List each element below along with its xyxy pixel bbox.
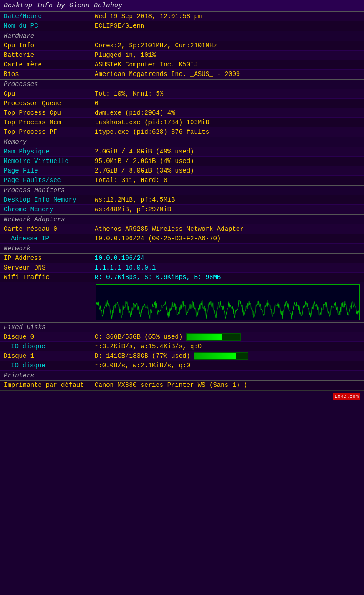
top-cpu-row: Top Process Cpu dwm.exe (pid:2964) 4% <box>0 108 364 118</box>
pagefile-label: Page File <box>4 167 95 174</box>
cpu-info-row: Cpu Info Cores:2, Sp:2101MHz, Cur:2101MH… <box>0 41 364 51</box>
network-graph <box>96 284 360 320</box>
dns-value: 1.1.1.1 10.0.0.1 <box>95 264 360 271</box>
disque0-row: Disque 0 C: 36GB/55GB (65% used) <box>0 332 364 342</box>
top-cpu-value: dwm.exe (pid:2964) 4% <box>95 109 360 117</box>
carte-row: Carte réseau 0 Atheros AR9285 Wireless N… <box>0 224 364 234</box>
queue-row: Processor Queue 0 <box>0 99 364 108</box>
virtual-label: Memoire Virtuelle <box>4 158 95 165</box>
disque1-bar-bg <box>194 352 248 360</box>
bios-label: Bios <box>4 71 95 78</box>
queue-label: Processor Queue <box>4 100 95 107</box>
disque1-label: Disque 1 <box>4 352 95 360</box>
app-title: Desktop Info by Glenn Delahoy <box>4 2 122 10</box>
printer-row: Imprimante par défaut Canon MX880 series… <box>0 381 364 390</box>
disque1-bar-fill <box>194 353 236 359</box>
desktop-mem-value: ws:12.2MiB, pf:4.5MiB <box>95 196 360 203</box>
network-section-header: Network <box>0 244 364 254</box>
adresse-row: Adresse IP 10.0.0.106/24 (00-25-D3-F2-A6… <box>0 234 364 244</box>
pc-value: ECLIPSE/Glenn <box>95 22 360 30</box>
chrome-mem-value: ws:448MiB, pf:297MiB <box>95 206 360 213</box>
bios-value: American Megatrends Inc. _ASUS_ - 2009 <box>95 71 360 78</box>
disque1-row: Disque 1 D: 141GB/183GB (77% used) <box>0 351 364 361</box>
top-mem-label: Top Process Mem <box>4 119 95 126</box>
pagefaults-row: Page Faults/sec Total: 311, Hard: 0 <box>0 176 364 185</box>
disque0-bar-fill <box>187 334 222 340</box>
ip-row: IP Address 10.0.0.106/24 <box>0 254 364 263</box>
process-monitors-section-header: Process Monitors <box>0 185 364 195</box>
io0-value: r:3.2KiB/s, w:15.4KiB/s, q:0 <box>95 343 360 350</box>
pc-row: Nom du PC ECLIPSE/Glenn <box>0 21 364 31</box>
dns-row: Serveur DNS 1.1.1.1 10.0.0.1 <box>0 263 364 273</box>
cpu-proc-value: Tot: 10%, Krnl: 5% <box>95 90 360 97</box>
network-chart-canvas <box>96 285 359 320</box>
top-pf-label: Top Process PF <box>4 128 95 136</box>
disque0-bar-container: C: 36GB/55GB (65% used) <box>95 333 360 341</box>
wifi-value: R: 0.7KiBps, S: 0.9KiBps, B: 98MB <box>95 274 360 281</box>
top-cpu-label: Top Process Cpu <box>4 109 95 117</box>
motherboard-row: Carte mère ASUSTeK Computer Inc. K50IJ <box>0 60 364 70</box>
desktop-mem-label: Desktop Info Memory <box>4 196 95 203</box>
wifi-row: Wifi Traffic R: 0.7KiBps, S: 0.9KiBps, B… <box>0 273 364 282</box>
date-label: Date/Heure <box>4 13 95 20</box>
io0-row: IO disque r:3.2KiB/s, w:15.4KiB/s, q:0 <box>0 342 364 351</box>
disque0-value: C: 36GB/55GB (65% used) <box>95 333 182 341</box>
disque0-label: Disque 0 <box>4 333 95 341</box>
battery-value: Plugged in, 101% <box>95 51 360 59</box>
wifi-label: Wifi Traffic <box>4 274 95 281</box>
battery-row: Batterie Plugged in, 101% <box>0 51 364 60</box>
chrome-mem-row: Chrome Memory ws:448MiB, pf:297MiB <box>0 205 364 214</box>
pagefaults-label: Page Faults/sec <box>4 177 95 184</box>
disque1-bar-container: D: 141GB/183GB (77% used) <box>95 352 360 360</box>
motherboard-label: Carte mère <box>4 61 95 68</box>
pagefile-row: Page File 2.7GiB / 8.0GiB (34% used) <box>0 166 364 176</box>
title-bar: Desktop Info by Glenn Delahoy <box>0 0 364 12</box>
printer-label: Imprimante par défaut <box>4 381 95 389</box>
top-mem-value: taskhost.exe (pid:1784) 103MiB <box>95 119 360 126</box>
date-value: Wed 19 Sep 2018, 12:01:58 pm <box>95 13 360 20</box>
cpu-proc-row: Cpu Tot: 10%, Krnl: 5% <box>0 89 364 99</box>
watermark: LO4D.com <box>333 393 360 400</box>
top-mem-row: Top Process Mem taskhost.exe (pid:1784) … <box>0 118 364 127</box>
dns-label: Serveur DNS <box>4 264 95 271</box>
adresse-value: 10.0.0.106/24 (00-25-D3-F2-A6-70) <box>95 235 360 242</box>
virtual-row: Memoire Virtuelle 95.0MiB / 2.0GiB (4% u… <box>0 157 364 166</box>
carte-label: Carte réseau 0 <box>4 225 95 233</box>
chrome-mem-label: Chrome Memory <box>4 206 95 213</box>
battery-label: Batterie <box>4 51 95 59</box>
disque0-bar-bg <box>186 333 241 341</box>
cpu-info-label: Cpu Info <box>4 42 95 49</box>
io1-row: IO disque r:0.0B/s, w:2.1KiB/s, q:0 <box>0 361 364 371</box>
io1-value: r:0.0B/s, w:2.1KiB/s, q:0 <box>95 362 360 369</box>
ram-row: Ram Physique 2.0GiB / 4.0GiB (49% used) <box>0 147 364 157</box>
memory-section-header: Memory <box>0 137 364 147</box>
top-pf-row: Top Process PF itype.exe (pid:628) 376 f… <box>0 127 364 137</box>
date-row: Date/Heure Wed 19 Sep 2018, 12:01:58 pm <box>0 12 364 21</box>
disque1-value: D: 141GB/183GB (77% used) <box>95 352 190 360</box>
processes-section-header: Processes <box>0 79 364 89</box>
network-adapters-section-header: Network Adapters <box>0 214 364 224</box>
pagefile-value: 2.7GiB / 8.0GiB (34% used) <box>95 167 360 174</box>
pagefaults-value: Total: 311, Hard: 0 <box>95 177 360 184</box>
fixed-disks-section-header: Fixed Disks <box>0 322 364 332</box>
printer-value: Canon MX880 series Printer WS (Sans 1) ( <box>95 381 360 389</box>
io0-label: IO disque <box>4 343 95 350</box>
top-pf-value: itype.exe (pid:628) 376 faults <box>95 128 360 136</box>
virtual-value: 95.0MiB / 2.0GiB (4% used) <box>95 158 360 165</box>
bios-row: Bios American Megatrends Inc. _ASUS_ - 2… <box>0 70 364 79</box>
ip-value: 10.0.0.106/24 <box>95 254 360 262</box>
cpu-info-value: Cores:2, Sp:2101MHz, Cur:2101MHz <box>95 42 360 49</box>
motherboard-value: ASUSTeK Computer Inc. K50IJ <box>95 61 360 68</box>
ip-label: IP Address <box>4 254 95 262</box>
adresse-label: Adresse IP <box>4 235 95 242</box>
pc-label: Nom du PC <box>4 22 95 30</box>
queue-value: 0 <box>95 100 360 107</box>
ram-value: 2.0GiB / 4.0GiB (49% used) <box>95 148 360 155</box>
printers-section-header: Printers <box>0 371 364 381</box>
io1-label: IO disque <box>4 362 95 369</box>
ram-label: Ram Physique <box>4 148 95 155</box>
hardware-section-header: Hardware <box>0 31 364 41</box>
carte-value: Atheros AR9285 Wireless Network Adapter <box>95 225 360 233</box>
cpu-proc-label: Cpu <box>4 90 95 97</box>
desktop-mem-row: Desktop Info Memory ws:12.2MiB, pf:4.5Mi… <box>0 195 364 205</box>
